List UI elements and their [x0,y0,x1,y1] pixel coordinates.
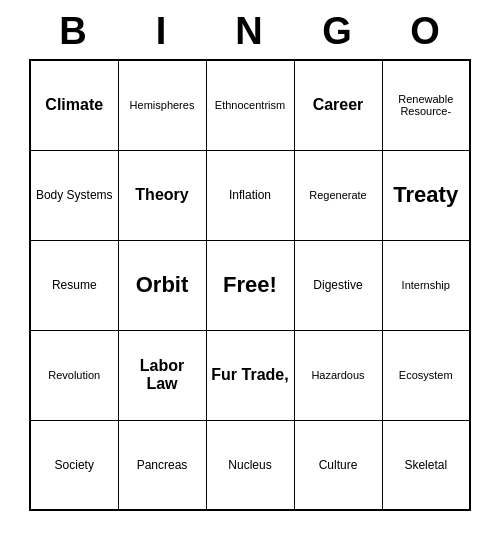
bingo-grid: ClimateHemispheresEthnocentrismCareerRen… [29,59,471,511]
cell-1-4: Treaty [382,150,470,240]
cell-1-2: Inflation [206,150,294,240]
title-letter: G [298,10,378,53]
cell-1-3: Regenerate [294,150,382,240]
cell-3-4: Ecosystem [382,330,470,420]
cell-3-0: Revolution [30,330,118,420]
cell-1-0: Body Systems [30,150,118,240]
cell-2-1: Orbit [118,240,206,330]
cell-3-3: Hazardous [294,330,382,420]
title-letter: O [386,10,466,53]
cell-2-4: Internship [382,240,470,330]
cell-0-0: Climate [30,60,118,150]
cell-0-3: Career [294,60,382,150]
cell-4-3: Culture [294,420,382,510]
cell-2-3: Digestive [294,240,382,330]
cell-0-1: Hemispheres [118,60,206,150]
cell-3-1: Labor Law [118,330,206,420]
cell-4-0: Society [30,420,118,510]
title-letter: B [34,10,114,53]
cell-4-4: Skeletal [382,420,470,510]
title-letter: N [210,10,290,53]
cell-2-0: Resume [30,240,118,330]
bingo-title: BINGO [30,0,470,59]
cell-2-2: Free! [206,240,294,330]
cell-3-2: Fur Trade, [206,330,294,420]
cell-4-2: Nucleus [206,420,294,510]
title-letter: I [122,10,202,53]
cell-1-1: Theory [118,150,206,240]
cell-0-4: Renewable Resource- [382,60,470,150]
cell-0-2: Ethnocentrism [206,60,294,150]
cell-4-1: Pancreas [118,420,206,510]
